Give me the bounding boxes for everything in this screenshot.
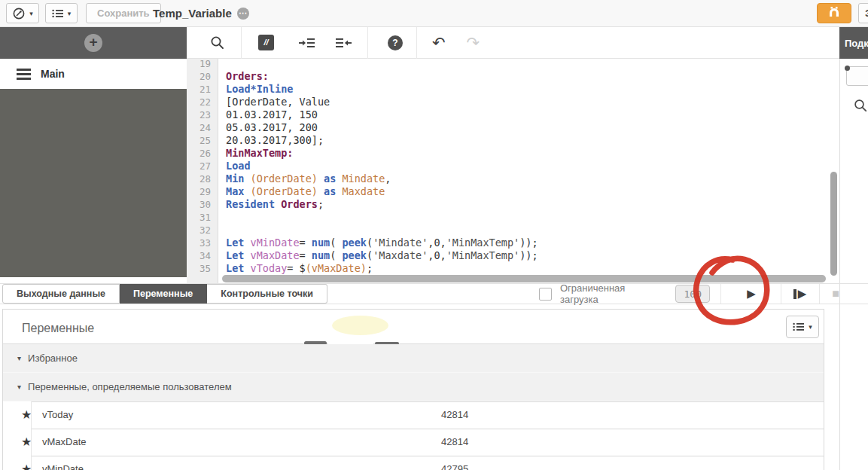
limited-load-checkbox[interactable]: [539, 288, 552, 301]
code-line[interactable]: [219, 211, 839, 224]
variables-panel-title: Переменные: [22, 322, 94, 335]
variable-value: 42814: [441, 409, 468, 420]
limited-load-label[interactable]: Ограниченная загрузка: [560, 282, 665, 305]
variable-value: 42814: [441, 436, 468, 447]
add-section-icon[interactable]: +: [84, 34, 102, 52]
line-number: 19: [187, 59, 218, 70]
sidebar-background: [0, 89, 187, 277]
bottom-tab[interactable]: Контрольные точки: [207, 284, 327, 304]
variable-row[interactable]: ★vMinDate42795: [3, 456, 824, 470]
debug-run-icon[interactable]: ▶: [747, 287, 756, 301]
variable-sections: ▾Избранное▾Переменные, определяемые поль…: [3, 344, 824, 401]
code-line[interactable]: Let vToday= $(vMaxDate);: [219, 262, 839, 275]
hamburger-icon: [17, 69, 31, 80]
line-number: 27: [187, 160, 218, 172]
line-number: 35: [187, 262, 218, 275]
annotation-smudge: [332, 316, 388, 335]
app-title: Temp_Variable ⋯: [153, 7, 249, 20]
divider: [31, 401, 32, 470]
compass-icon: [12, 7, 26, 20]
code-line[interactable]: [OrderDate, Value: [219, 96, 839, 108]
chevron-down-icon: ▾: [29, 10, 33, 17]
view-options-button[interactable]: ▾: [45, 3, 78, 23]
variable-name: vToday: [42, 409, 73, 420]
code-line[interactable]: Orders:: [219, 70, 839, 83]
navigation-menu-button[interactable]: ▾: [6, 3, 39, 23]
variables-menu-button[interactable]: ▾: [786, 316, 819, 338]
comment-icon[interactable]: //: [258, 35, 274, 50]
bottom-tab[interactable]: Выходные данные: [2, 284, 120, 304]
line-number: 32: [187, 224, 218, 237]
variable-name: vMinDate: [42, 463, 84, 470]
list-icon: [793, 322, 805, 331]
code-line[interactable]: Let vMinDate= num( peek('Mindate',0,'Min…: [219, 237, 839, 249]
variables-panel: Переменные ▾ ▾Избранное▾Переменные, опре…: [2, 309, 824, 470]
connections-panel-header: Подк: [839, 27, 868, 59]
code-line[interactable]: Max (OrderDate) as Maxdate: [219, 185, 839, 198]
variable-rows: ★vToday42814★vMaxDate42814★vMinDate42795: [3, 401, 824, 470]
sidebar-item-main[interactable]: Main: [0, 59, 187, 89]
code-line[interactable]: Load: [219, 160, 839, 172]
section-label: Избранное: [28, 352, 78, 364]
code-line[interactable]: 05.03.2017, 200: [219, 121, 839, 134]
bottom-tabs: Выходные данныеПеременныеКонтрольные точ…: [2, 284, 327, 304]
chevron-down-icon: ▾: [809, 323, 812, 331]
variable-section-header[interactable]: ▾Избранное: [3, 344, 824, 373]
chevron-down-icon: ▾: [68, 10, 72, 17]
edge-button[interactable]: З: [858, 3, 868, 23]
code-line[interactable]: Load*Inline: [219, 83, 839, 96]
line-number: 21: [187, 83, 218, 96]
connection-button-icon: [845, 66, 850, 71]
code-line[interactable]: Let vMaxDate= num( peek('Maxdate',0,'Min…: [219, 249, 839, 262]
app-options-icon[interactable]: ⋯: [237, 8, 249, 20]
top-toolbar: ▾ ▾ Сохранить Temp_Variable ⋯ З: [0, 0, 868, 27]
variable-row[interactable]: ★vToday42814: [3, 401, 824, 429]
search-icon[interactable]: [209, 35, 225, 50]
outdent-icon[interactable]: [335, 37, 352, 49]
code-line[interactable]: 01.03.2017, 150: [219, 108, 839, 121]
code-line[interactable]: MinMaxTemp:: [219, 147, 839, 160]
line-number: 20: [187, 70, 218, 83]
code-line[interactable]: [219, 59, 839, 70]
sections-panel-header: +: [0, 27, 187, 59]
load-controls: Ограниченная загрузка ▶ ▶ ■: [527, 284, 839, 304]
bottom-tab[interactable]: Переменные: [120, 284, 207, 304]
code-line[interactable]: Min (OrderDate) as Mindate,: [219, 172, 839, 185]
load-data-icon: [827, 6, 842, 21]
script-editor[interactable]: 1920212223242526272829303132333435 Order…: [187, 59, 839, 284]
search-icon[interactable]: [853, 98, 868, 113]
help-icon[interactable]: ?: [388, 35, 403, 50]
code-area[interactable]: Orders:Load*Inline[OrderDate, Value01.03…: [219, 59, 839, 275]
line-number: 30: [187, 198, 218, 211]
list-icon: [52, 9, 64, 18]
divider: [0, 304, 868, 304]
save-button[interactable]: Сохранить: [86, 3, 161, 23]
undo-icon[interactable]: ↶: [432, 35, 446, 50]
debug-step-icon[interactable]: ▶: [793, 287, 807, 301]
variable-value: 42795: [441, 463, 468, 470]
indent-icon[interactable]: [298, 37, 315, 49]
line-number: 29: [187, 185, 218, 198]
sidebar-item-label: Main: [41, 68, 65, 80]
editor-toolbar: // ? ↶ ↷: [187, 27, 839, 59]
app-title-text: Temp_Variable: [153, 7, 232, 20]
load-data-button[interactable]: [817, 3, 851, 23]
code-line[interactable]: [219, 224, 839, 237]
caret-down-icon: ▾: [17, 354, 21, 362]
variable-section-header[interactable]: ▾Переменные, определяемые пользователем: [3, 373, 824, 401]
line-number: 25: [187, 134, 218, 147]
variable-name: vMaxDate: [42, 436, 87, 447]
vertical-scrollbar[interactable]: [830, 172, 837, 276]
line-number: 22: [187, 96, 218, 108]
horizontal-scrollbar[interactable]: [222, 275, 826, 282]
code-line[interactable]: 20.03.2017,300];: [219, 134, 839, 147]
line-number: 34: [187, 249, 218, 262]
redo-icon[interactable]: ↷: [467, 35, 480, 50]
code-line[interactable]: Resident Orders;: [219, 198, 839, 211]
variable-row[interactable]: ★vMaxDate42814: [3, 429, 824, 456]
line-number: 28: [187, 172, 218, 185]
line-number: 23: [187, 108, 218, 121]
line-number-gutter: 1920212223242526272829303132333435: [187, 59, 218, 284]
load-limit-input[interactable]: [675, 285, 710, 303]
debug-stop-icon[interactable]: ■: [832, 287, 839, 301]
